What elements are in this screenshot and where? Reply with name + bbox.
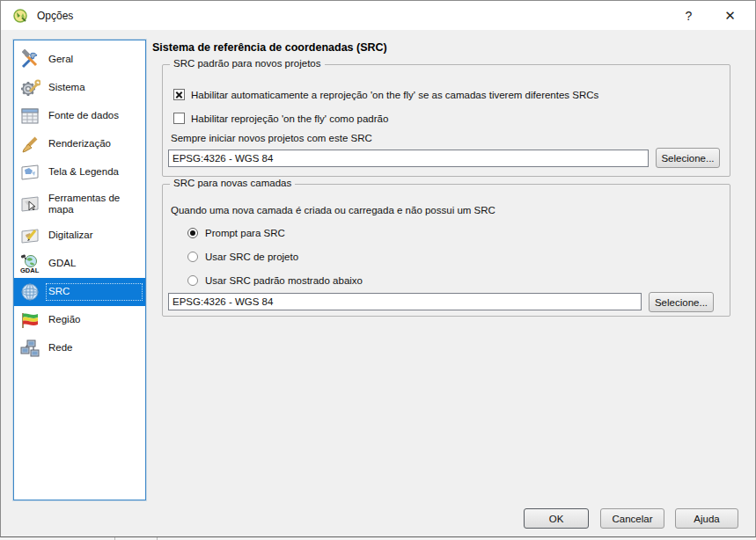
- sidebar-item-renderizacao[interactable]: Renderização: [14, 130, 145, 158]
- sidebar-item-label: Tela & Legenda: [48, 166, 140, 178]
- select-crs-button-1[interactable]: Selecione...: [656, 148, 720, 168]
- page-title: Sistema de referência de coordenadas (SR…: [152, 41, 387, 54]
- sidebar-item-label: Geral: [48, 54, 140, 65]
- paintbrush-icon: [18, 133, 41, 156]
- flag-icon: [18, 309, 41, 332]
- wireframe-globe-icon: [18, 281, 41, 303]
- options-sidebar: Geral Sistema: [13, 40, 146, 500]
- map-canvas-icon: [18, 161, 41, 184]
- sidebar-item-rede[interactable]: Rede: [14, 334, 145, 362]
- radio-selected-icon[interactable]: [187, 228, 198, 238]
- sidebar-item-label: SRC: [48, 286, 140, 297]
- gear-wrench-icon: [18, 77, 41, 99]
- radio-label: Usar SRC padrão mostrado abaixo: [205, 275, 363, 286]
- map-cursor-icon: [18, 193, 41, 215]
- close-button[interactable]: ✕: [710, 1, 750, 30]
- radio-project-src[interactable]: Usar SRC de projeto: [187, 252, 298, 262]
- new-layer-crs-input[interactable]: [168, 293, 642, 310]
- sidebar-item-label: Região: [48, 314, 140, 325]
- table-icon: [18, 105, 41, 128]
- new-layer-description: Quando uma nova camada é criada ou carre…: [171, 205, 495, 215]
- checkbox-label: Habilitar reprojeção 'on the fly' como p…: [191, 113, 388, 124]
- radio-prompt-src[interactable]: Prompt para SRC: [187, 228, 285, 238]
- sidebar-item-label: Digitalizar: [48, 230, 140, 241]
- checkbox-unchecked-icon[interactable]: [173, 113, 185, 124]
- network-icon: [18, 337, 41, 360]
- sidebar-item-regiao[interactable]: Região: [14, 306, 145, 334]
- group-title: SRC padrão para novos projetos: [170, 58, 325, 69]
- sidebar-item-gdal[interactable]: GDAL GDAL: [14, 250, 145, 278]
- map-pencil-icon: [18, 224, 41, 247]
- radio-label: Usar SRC de projeto: [205, 252, 298, 262]
- sidebar-item-label: Fonte de dados: [48, 110, 140, 121]
- radio-default-src[interactable]: Usar SRC padrão mostrado abaixo: [187, 275, 363, 286]
- sidebar-item-label: GDAL: [48, 258, 140, 269]
- select-crs-button-2[interactable]: Selecione...: [649, 292, 714, 312]
- group-title: SRC para novas camadas: [170, 178, 295, 188]
- cancel-button[interactable]: Cancelar: [600, 508, 664, 529]
- window-title: Opções: [37, 10, 73, 22]
- sidebar-item-label: Rede: [48, 342, 140, 354]
- checkbox-checked-icon[interactable]: [173, 89, 185, 100]
- default-crs-label: Sempre iniciar novos projetos com este S…: [171, 133, 372, 143]
- sidebar-item-tela-legenda[interactable]: Tela & Legenda: [14, 158, 145, 186]
- svg-text:GDAL: GDAL: [20, 266, 40, 274]
- sidebar-item-sistema[interactable]: Sistema: [14, 74, 145, 102]
- default-crs-input[interactable]: [168, 150, 649, 167]
- sidebar-item-src[interactable]: SRC: [14, 278, 145, 306]
- sidebar-item-fonte-de-dados[interactable]: Fonte de dados: [14, 102, 145, 130]
- radio-unselected-icon[interactable]: [187, 275, 198, 286]
- otf-default-checkbox-row[interactable]: Habilitar reprojeção 'on the fly' como p…: [173, 113, 388, 124]
- sidebar-item-ferramentas-de-mapa[interactable]: Ferramentas de mapa: [14, 186, 145, 222]
- tools-icon: [18, 48, 41, 71]
- checkbox-label: Habilitar automaticamente a reprojeção '…: [191, 90, 598, 100]
- sidebar-item-label: Sistema: [48, 82, 140, 93]
- titlebar: Opções ? ✕: [1, 1, 755, 30]
- radio-unselected-icon[interactable]: [187, 252, 198, 262]
- auto-reproject-checkbox-row[interactable]: Habilitar automaticamente a reprojeção '…: [173, 89, 598, 100]
- qgis-logo-icon: [12, 8, 28, 24]
- gdal-globe-icon: GDAL: [18, 252, 41, 275]
- sidebar-item-label: Renderização: [48, 138, 140, 150]
- sidebar-item-digitalizar[interactable]: Digitalizar: [14, 222, 145, 250]
- options-dialog: Opções ? ✕ Geral: [0, 0, 756, 537]
- help-button[interactable]: Ajuda: [675, 508, 738, 529]
- sidebar-item-geral[interactable]: Geral: [14, 46, 145, 74]
- ok-button[interactable]: OK: [524, 508, 589, 529]
- help-titlebar-button[interactable]: ?: [669, 1, 708, 30]
- radio-label: Prompt para SRC: [205, 228, 285, 238]
- sidebar-item-label: Ferramentas de mapa: [48, 193, 140, 215]
